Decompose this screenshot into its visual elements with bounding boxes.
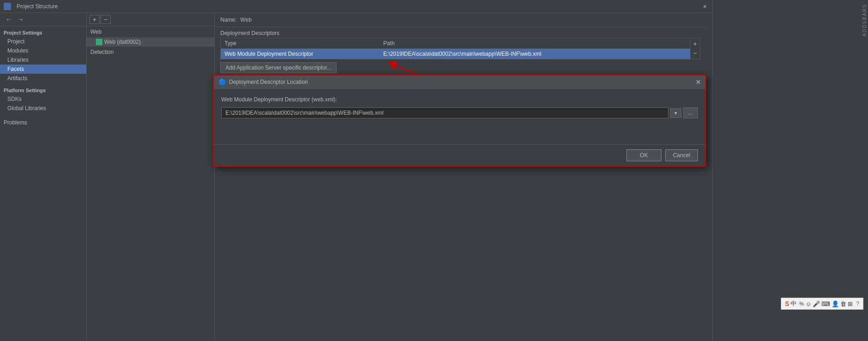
ime-icon-grid[interactable]: ⊞ xyxy=(848,300,853,307)
right-sidebar: ADDSBARS xyxy=(712,0,868,341)
middle-panel: + − Web Web (dat0002) Detection xyxy=(87,13,215,341)
add-descriptor-row: Add Application Server specific descript… xyxy=(215,59,706,76)
ime-icon-keyboard[interactable]: ⌨ xyxy=(821,300,830,307)
dialog-input-row: ▼ ... xyxy=(221,107,698,118)
add-facet-button[interactable]: + xyxy=(89,15,100,24)
ok-button[interactable]: OK xyxy=(626,149,661,161)
dialog-label: Web Module Deployment Descriptor (web.xm… xyxy=(221,96,698,103)
window-title: Project Structure xyxy=(17,3,58,10)
dialog-title-bar: 🔵 Deployment Descriptor Location × xyxy=(214,76,705,89)
web-section-label: Web xyxy=(87,26,214,37)
window-controls: × xyxy=(701,3,709,10)
table-action-buttons: + − xyxy=(691,38,700,59)
title-bar: Project Structure × xyxy=(0,0,712,13)
dialog-content: Web Module Deployment Descriptor (web.xm… xyxy=(214,89,705,144)
dialog-spacer xyxy=(221,118,698,137)
right-panel: Name: Web Deployment Descriptors Type Pa… xyxy=(215,13,706,341)
pixel-area xyxy=(808,313,845,332)
module-item-label: Web (dat0002) xyxy=(104,39,141,45)
platform-settings-header: Platform Settings xyxy=(0,83,86,94)
name-value: Web xyxy=(240,17,251,23)
deployment-descriptors-title: Deployment Descriptors xyxy=(215,27,706,38)
ime-icon-zh[interactable]: 中 xyxy=(791,300,797,308)
dialog-path-input[interactable] xyxy=(221,107,668,118)
sidebar-item-sdks[interactable]: SDKs xyxy=(0,94,86,104)
dialog-title: Deployment Descriptor Location xyxy=(229,79,696,85)
sidebar-item-facets[interactable]: Facets xyxy=(0,65,86,74)
add-app-server-button[interactable]: Add Application Server specific descript… xyxy=(220,62,337,73)
close-button[interactable]: × xyxy=(701,3,709,10)
deployment-table-header: Type Path xyxy=(221,38,690,49)
remove-descriptor-button[interactable]: − xyxy=(691,48,699,58)
cancel-button[interactable]: Cancel xyxy=(665,149,698,161)
project-settings-header: Project Settings xyxy=(0,26,86,37)
ime-icon-s[interactable]: S xyxy=(785,300,789,307)
name-label: Name: xyxy=(220,17,236,23)
sidebar-item-artifacts[interactable]: Artifacts xyxy=(0,74,86,83)
name-row: Name: Web xyxy=(215,13,706,27)
dialog-browse-button[interactable]: ... xyxy=(683,107,698,118)
middle-toolbar: + − xyxy=(87,13,214,26)
nav-toolbar: ← → xyxy=(0,13,86,26)
add-descriptor-button[interactable]: + xyxy=(691,39,699,48)
deployment-table: Type Path Web Module Deployment Descript… xyxy=(220,38,691,59)
row-path: E:\2019IDEA\scala\dat0002\src\main\webap… xyxy=(380,49,690,59)
ime-help-icon[interactable]: ? xyxy=(856,300,859,307)
nav-back-button[interactable]: ← xyxy=(4,15,14,24)
dialog: 🔵 Deployment Descriptor Location × Web M… xyxy=(213,75,706,167)
dialog-buttons: OK Cancel xyxy=(214,144,705,166)
sidebar-item-project[interactable]: Project xyxy=(0,37,86,46)
dialog-dropdown-button[interactable]: ▼ xyxy=(670,108,681,118)
ime-icon-mic[interactable]: 🎤 xyxy=(813,300,820,307)
sidebar: ← → Project Settings Project Modules Lib… xyxy=(0,13,87,341)
sidebar-item-problems[interactable]: Problems xyxy=(0,113,86,127)
ime-icon-trash[interactable]: 🗑 xyxy=(840,300,846,307)
col-type: Type xyxy=(221,38,380,48)
dialog-close-button[interactable]: × xyxy=(696,78,701,86)
col-path: Path xyxy=(380,38,690,48)
app-icon xyxy=(4,3,11,10)
deployment-table-container: Type Path Web Module Deployment Descript… xyxy=(220,38,700,59)
ime-toolbar: S 中 ·% ☺ 🎤 ⌨ 👤 🗑 ⊞ ? xyxy=(781,298,863,310)
detection-label: Detection xyxy=(87,47,214,58)
sidebar-item-libraries[interactable]: Libraries xyxy=(0,55,86,65)
web-module-item[interactable]: Web (dat0002) xyxy=(87,37,214,47)
table-row[interactable]: Web Module Deployment Descriptor E:\2019… xyxy=(221,49,690,59)
remove-facet-button[interactable]: − xyxy=(100,15,111,24)
module-icon xyxy=(96,39,102,45)
ime-icon-smile[interactable]: ☺ xyxy=(805,300,811,307)
sidebar-item-global-libraries[interactable]: Global Libraries xyxy=(0,104,86,113)
dialog-icon: 🔵 xyxy=(218,78,226,86)
ime-icon-user[interactable]: 👤 xyxy=(832,300,839,307)
row-type: Web Module Deployment Descriptor xyxy=(221,49,380,59)
nav-forward-button[interactable]: → xyxy=(16,15,26,24)
ime-icon-dots[interactable]: ·% xyxy=(798,301,804,306)
vertical-sidebar-label: ADDSBARS xyxy=(713,0,868,40)
sidebar-item-modules[interactable]: Modules xyxy=(0,46,86,55)
